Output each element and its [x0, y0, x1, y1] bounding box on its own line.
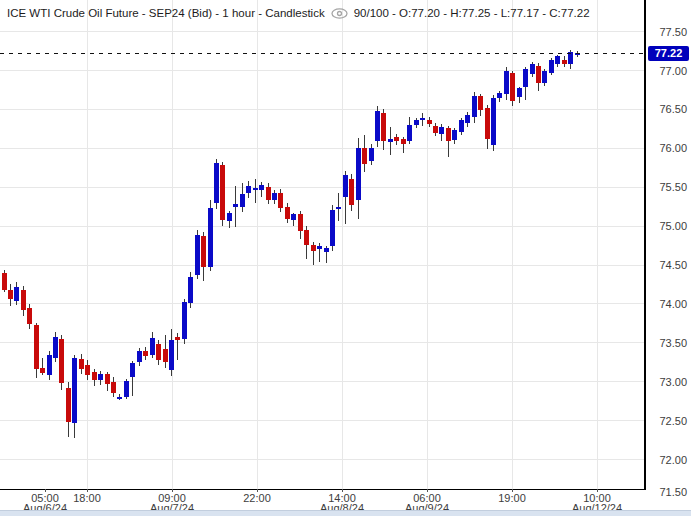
candle-down — [536, 66, 541, 83]
candle-up — [517, 88, 522, 97]
candle-down — [59, 339, 64, 383]
candle-up — [369, 148, 374, 160]
hgrid-line — [0, 303, 645, 304]
price-axis-label: 74.00 — [647, 298, 687, 310]
hgrid-line — [0, 420, 645, 421]
candle-down — [143, 351, 148, 356]
candle-up — [336, 207, 341, 209]
bottom-edge-strip — [0, 510, 691, 516]
vgrid-line — [172, 0, 173, 489]
candle-up — [330, 210, 335, 247]
vgrid-line — [342, 0, 343, 489]
candle-up — [233, 204, 238, 207]
candle-up — [452, 130, 457, 140]
candle-down — [285, 207, 290, 219]
chart-title: ICE WTI Crude Oil Future - SEP24 (Bid) -… — [7, 7, 325, 19]
vgrid-line — [87, 0, 88, 489]
candle-down — [266, 187, 271, 199]
candle-up — [227, 213, 232, 222]
candle-up — [459, 120, 464, 132]
candle-down — [433, 126, 438, 133]
candle-up — [530, 64, 535, 73]
price-axis-label: 76.50 — [647, 103, 687, 115]
time-axis-label: 19:00 — [498, 492, 526, 504]
candle-up — [272, 193, 277, 200]
candle-down — [478, 96, 483, 110]
candle-down — [349, 179, 354, 205]
candle-up — [388, 139, 393, 142]
candle-up — [465, 115, 470, 124]
candle-up — [182, 302, 187, 339]
candle-up — [523, 69, 528, 87]
candle-up — [195, 235, 200, 275]
candle-down — [66, 388, 71, 422]
vgrid-line — [597, 0, 598, 489]
price-axis-label: 72.00 — [647, 454, 687, 466]
price-axis-label: 73.50 — [647, 337, 687, 349]
candle-up — [98, 374, 103, 380]
eye-icon[interactable] — [331, 8, 348, 19]
candle-down — [111, 382, 116, 393]
candle-up — [214, 163, 219, 203]
price-axis-label: 73.00 — [647, 376, 687, 388]
candle-down — [156, 344, 161, 360]
candle-up — [240, 194, 245, 207]
candle-down — [79, 359, 84, 369]
candle-down — [394, 137, 399, 142]
price-axis-label: 75.50 — [647, 181, 687, 193]
chart-header: ICE WTI Crude Oil Future - SEP24 (Bid) -… — [7, 7, 590, 19]
hgrid-line — [0, 187, 645, 188]
price-axis-label: 74.50 — [647, 259, 687, 271]
candle-up — [117, 397, 122, 399]
candle-down — [85, 365, 90, 376]
price-axis-label: 76.00 — [647, 142, 687, 154]
candle-up — [414, 120, 419, 125]
candle-up — [124, 381, 129, 397]
hgrid-line — [0, 31, 645, 32]
price-axis-label: 72.50 — [647, 415, 687, 427]
candle-up — [208, 208, 213, 266]
price-axis-label: 77.00 — [647, 65, 687, 77]
last-price-badge: 77.22 — [648, 46, 689, 61]
chart-window: ICE WTI Crude Oil Future - SEP24 (Bid) -… — [0, 0, 691, 516]
candle-up — [375, 111, 380, 141]
hgrid-line — [0, 109, 645, 110]
candle-up — [259, 185, 264, 190]
candle-down — [427, 120, 432, 124]
hgrid-line — [0, 381, 645, 382]
hgrid-line — [0, 148, 645, 149]
candle-down — [105, 374, 110, 384]
candle-down — [201, 236, 206, 266]
candle-up — [317, 246, 322, 250]
candle-down — [304, 230, 309, 245]
candle-down — [311, 245, 316, 251]
price-axis[interactable]: 77.5077.0076.5076.0075.5075.0074.5074.00… — [646, 0, 691, 489]
hgrid-line — [0, 226, 645, 227]
time-axis[interactable]: 05:00Aug/6/2418:0009:00Aug/7/2422:0014:0… — [0, 489, 691, 511]
candle-down — [8, 290, 13, 299]
candle-up — [137, 351, 142, 363]
candle-up — [555, 56, 560, 64]
candle-down — [27, 308, 32, 324]
candle-up — [472, 96, 477, 117]
candle-up — [407, 125, 412, 141]
candle-up — [420, 118, 425, 120]
vgrid-line — [427, 0, 428, 489]
candle-down — [381, 113, 386, 142]
candle-up — [246, 186, 251, 193]
candle-up — [291, 214, 296, 219]
candle-down — [21, 290, 26, 310]
candle-up — [130, 363, 135, 377]
time-axis-label: 18:00 — [73, 492, 101, 504]
candle-down — [446, 128, 451, 141]
time-axis-label: 22:00 — [243, 492, 271, 504]
candle-up — [47, 355, 52, 375]
hgrid-line — [0, 265, 645, 266]
candlestick-plot-area[interactable] — [0, 0, 645, 489]
candle-down — [278, 193, 283, 208]
candle-up — [324, 248, 329, 252]
candle-down — [2, 273, 7, 290]
candle-down — [163, 349, 168, 362]
price-axis-label: 77.50 — [647, 26, 687, 38]
candle-up — [504, 71, 509, 94]
